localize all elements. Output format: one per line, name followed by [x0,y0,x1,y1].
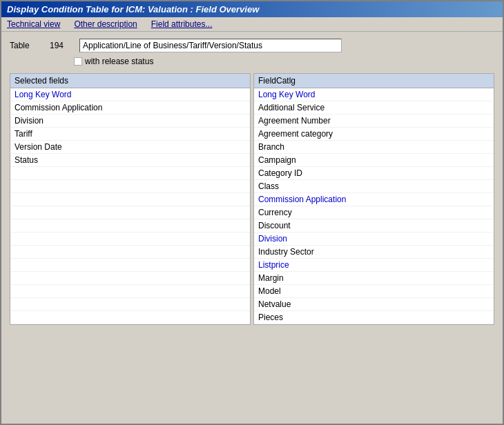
main-window: Display Condition Table for ICM: Valuati… [0,0,504,425]
table-label: Table [10,41,44,50]
catalog-item-7[interactable]: Class [254,180,494,193]
catalog-item-12[interactable]: Industry Sector [254,246,494,259]
catalog-item-8[interactable]: Commission Application [254,193,494,206]
selected-field-item-15 [10,285,250,298]
selected-field-item-10 [10,219,250,233]
catalog-item-3[interactable]: Agreement category [254,128,494,141]
catalog-item-15[interactable]: Model [254,285,494,298]
selected-field-item-13 [10,259,250,272]
selected-field-item-0[interactable]: Long Key Word [10,88,250,101]
selected-field-item-17 [10,311,250,324]
selected-field-item-3[interactable]: Tariff [10,128,250,141]
window-title: Display Condition Table for ICM: Valuati… [7,4,259,14]
catalog-item-11[interactable]: Division [254,233,494,246]
table-number-row: Table 194 [10,39,494,52]
selected-field-item-8 [10,193,250,206]
table-number: 194 [50,41,74,50]
selected-field-item-11 [10,233,250,246]
selected-field-item-5[interactable]: Status [10,154,250,167]
selected-field-item-4[interactable]: Version Date [10,141,250,154]
menu-field-attributes[interactable]: Field attributes... [151,19,213,29]
release-status-row: with release status [74,57,494,66]
selected-field-item-12 [10,246,250,259]
content-area: Table 194 with release status Selected f… [1,32,503,332]
selected-fields-panel: Selected fields Long Key Word Commission… [10,73,251,325]
catalog-item-1[interactable]: Additional Service [254,101,494,115]
menu-bar: Technical view Other description Field a… [1,17,503,32]
selected-field-item-1[interactable]: Commission Application [10,101,250,115]
selected-field-item-6 [10,167,250,180]
table-value-input[interactable] [79,39,342,52]
catalog-item-10[interactable]: Discount [254,219,494,233]
catalog-item-4[interactable]: Branch [254,141,494,154]
title-bar: Display Condition Table for ICM: Valuati… [1,1,503,17]
field-catalog-panel: FieldCatlg Long Key Word Additional Serv… [253,73,494,325]
menu-technical-view[interactable]: Technical view [7,19,60,29]
columns-container: Selected fields Long Key Word Commission… [10,73,494,325]
catalog-item-14[interactable]: Margin [254,272,494,285]
catalog-item-5[interactable]: Campaign [254,154,494,167]
catalog-item-17[interactable]: Pieces [254,311,494,324]
field-catalog-items: Long Key Word Additional Service Agreeme… [254,88,494,324]
selected-fields-header: Selected fields [10,74,250,88]
field-catalog-header: FieldCatlg [254,74,494,88]
release-status-label: with release status [85,57,153,66]
catalog-item-6[interactable]: Category ID [254,167,494,180]
catalog-item-2[interactable]: Agreement Number [254,115,494,128]
catalog-item-16[interactable]: Netvalue [254,298,494,311]
selected-field-item-7 [10,180,250,193]
catalog-item-13[interactable]: Listprice [254,259,494,272]
selected-field-item-14 [10,272,250,285]
release-status-checkbox[interactable] [74,57,82,66]
catalog-item-9[interactable]: Currency [254,206,494,219]
selected-fields-items: Long Key Word Commission Application Div… [10,88,250,324]
menu-other-description[interactable]: Other description [74,19,137,29]
selected-field-item-2[interactable]: Division [10,115,250,128]
selected-field-item-16 [10,298,250,311]
catalog-item-0[interactable]: Long Key Word [254,88,494,101]
selected-field-item-9 [10,206,250,219]
